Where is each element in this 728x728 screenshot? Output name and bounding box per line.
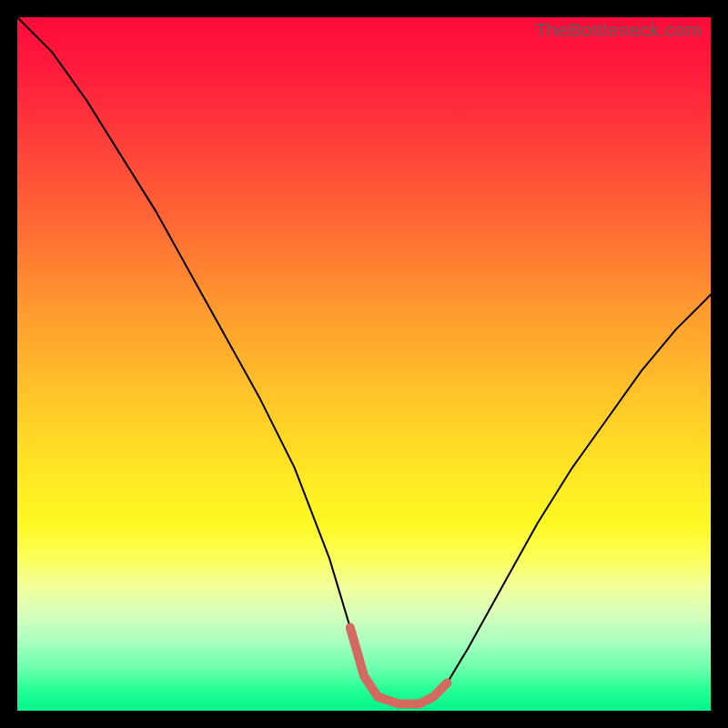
chart-frame: TheBottleneck.com	[0, 0, 728, 728]
chart-svg-layer	[17, 17, 711, 711]
chart-plot-area: TheBottleneck.com	[17, 17, 711, 711]
optimal-range-highlight	[350, 628, 448, 704]
bottleneck-curve	[17, 17, 711, 703]
